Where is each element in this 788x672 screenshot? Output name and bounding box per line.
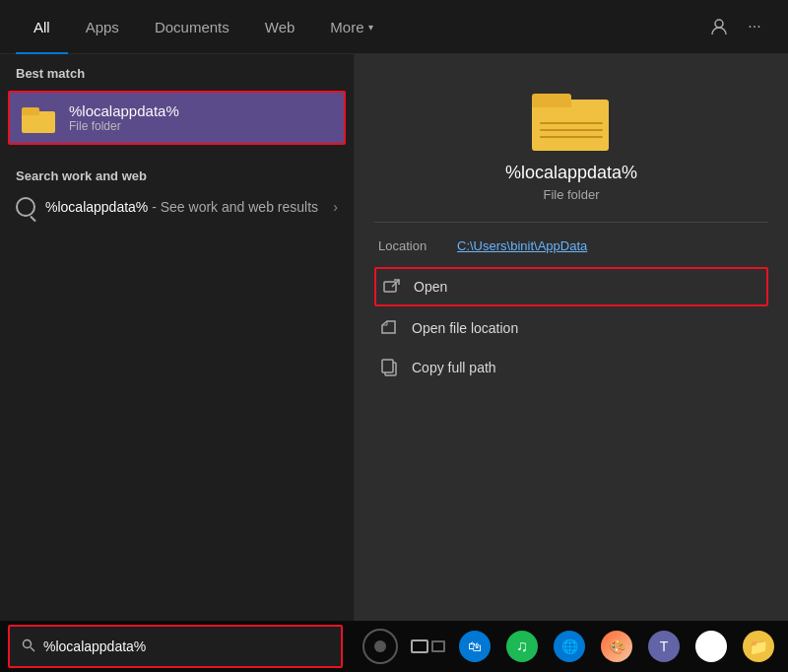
open-label: Open	[414, 279, 447, 295]
best-match-type: File folder	[69, 119, 179, 133]
divider	[374, 222, 768, 223]
search-input[interactable]	[43, 638, 329, 654]
search-web-query: %localappdata%	[45, 199, 148, 215]
tab-apps[interactable]: Apps	[68, 0, 137, 54]
cortana-icon	[362, 629, 398, 664]
copy-full-path-icon	[380, 358, 400, 377]
location-label: Location	[378, 238, 457, 253]
task-view-button[interactable]	[406, 625, 449, 668]
svg-point-0	[715, 20, 723, 28]
location-row: Location C:\Users\binit\AppData	[374, 238, 768, 253]
open-icon	[382, 277, 402, 297]
best-match-item[interactable]: %localappdata% File folder	[8, 91, 346, 145]
folder-lines	[540, 122, 603, 143]
best-match-text: %localappdata% File folder	[69, 102, 179, 133]
spotify-button[interactable]: ♫	[500, 625, 544, 668]
chrome-button[interactable]: ⊕	[690, 625, 733, 668]
best-match-label: Best match	[0, 54, 354, 87]
open-file-location-label: Open file location	[412, 320, 518, 336]
search-web-item[interactable]: %localappdata% - See work and web result…	[0, 189, 354, 225]
copy-full-path-action[interactable]: Copy full path	[374, 350, 768, 385]
tab-web[interactable]: Web	[247, 0, 313, 54]
search-web-label: Search work and web	[0, 157, 354, 189]
tab-more[interactable]: More ▾	[312, 0, 390, 54]
edge-icon: 🌐	[554, 631, 585, 662]
photos-icon: 🎨	[601, 631, 632, 662]
left-panel: Best match %localappdata% File folder Se…	[0, 54, 355, 621]
more-options-button[interactable]: ···	[737, 9, 772, 44]
explorer-icon: 📁	[743, 631, 774, 662]
taskbar: 🛍 ♫ 🌐 🎨 T ⊕ 📁	[0, 621, 788, 672]
main-content: Best match %localappdata% File folder Se…	[0, 54, 788, 621]
teams-button[interactable]: T	[642, 625, 686, 668]
teams-icon: T	[648, 631, 680, 662]
open-action[interactable]: Open	[374, 267, 768, 306]
taskbar-search-icon	[22, 638, 35, 655]
svg-point-5	[24, 639, 32, 647]
chevron-right-icon: ›	[333, 199, 338, 215]
account-button[interactable]	[701, 9, 737, 44]
right-folder-type: File folder	[543, 187, 599, 202]
search-web-section: Search work and web %localappdata% - See…	[0, 157, 354, 225]
svg-rect-4	[382, 360, 393, 372]
svg-line-6	[31, 647, 34, 651]
tab-all[interactable]: All	[16, 0, 68, 54]
spotify-icon: ♫	[506, 631, 538, 662]
cortana-button[interactable]	[359, 625, 402, 668]
folder-icon-small	[22, 103, 57, 133]
explorer-button[interactable]: 📁	[737, 625, 780, 668]
chrome-icon: ⊕	[695, 631, 727, 662]
more-arrow-icon: ▾	[368, 22, 373, 33]
tab-documents[interactable]: Documents	[137, 0, 247, 54]
store-button[interactable]: 🛍	[453, 625, 496, 668]
location-value[interactable]: C:\Users\binit\AppData	[457, 238, 587, 253]
best-match-name: %localappdata%	[69, 102, 179, 119]
search-web-text: %localappdata% - See work and web result…	[45, 199, 333, 215]
open-file-location-action[interactable]: Open file location	[374, 310, 768, 346]
task-view-icon	[411, 639, 445, 653]
svg-rect-1	[384, 282, 396, 292]
copy-full-path-label: Copy full path	[412, 360, 496, 375]
open-file-location-icon	[380, 318, 400, 338]
search-web-icon	[16, 197, 35, 217]
folder-icon-large	[532, 84, 611, 151]
action-list: Open Open file location	[374, 267, 768, 385]
search-web-suffix: - See work and web results	[148, 199, 318, 215]
edge-button[interactable]: 🌐	[548, 625, 591, 668]
search-box[interactable]	[8, 625, 343, 668]
photos-button[interactable]: 🎨	[595, 625, 638, 668]
top-nav: All Apps Documents Web More ▾ ···	[0, 0, 788, 54]
right-folder-name: %localappdata%	[505, 163, 637, 183]
store-icon: 🛍	[459, 631, 491, 662]
right-panel: %localappdata% File folder Location C:\U…	[355, 54, 788, 621]
